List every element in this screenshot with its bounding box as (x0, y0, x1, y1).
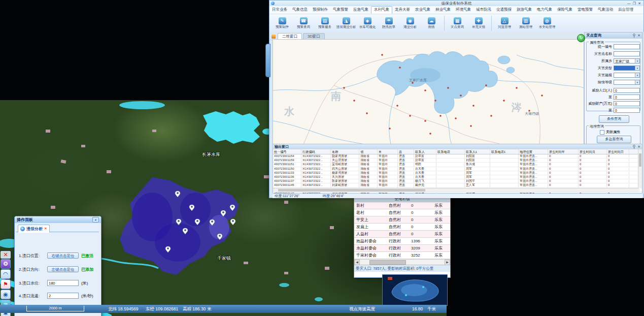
table-row[interactable]: 430723001150XC43072322...四方山滑坡 湖南省常德市澧县 … (273, 167, 642, 171)
ribbon-button[interactable]: ☎ 预警查询 (293, 17, 314, 29)
maximize-icon[interactable]: ❐ (633, 2, 636, 6)
village-row[interactable]: 平安上自然村 0乐东 (354, 216, 450, 224)
condition-query-button[interactable]: 条件查询 (599, 115, 629, 123)
pin-icon[interactable] (632, 145, 636, 149)
pick-breach-direction-button[interactable]: 左键点击定位 (47, 266, 79, 272)
scroll-left-icon[interactable]: ◀ (354, 260, 360, 265)
close-icon[interactable]: ✕ (637, 145, 640, 149)
village-row[interactable]: 发扁上自然村 0乐东 (354, 224, 450, 231)
table-row[interactable]: 430723001154XC43072322...隐家湾滑坡 湖南省常德市澧县 … (273, 154, 642, 159)
output-panel-header[interactable]: 输出窗口 ✕ (273, 144, 642, 149)
village-row[interactable]: 新村自然村 0乐东 (354, 202, 450, 209)
close-icon[interactable]: ✕ (637, 34, 640, 38)
close-icon[interactable]: ✕ (638, 2, 641, 6)
table-row[interactable]: 430723001159XC43072322...大山背滑坡 湖南省常德市澧县 … (273, 159, 642, 163)
ribbon-button[interactable]: ✚ 补充灾情 (468, 17, 489, 29)
flow-speed-input[interactable]: 2 (47, 293, 79, 299)
menu-item[interactable]: 气象预警 (330, 6, 351, 14)
window-titlebar[interactable]: 德保业务制作系统 — ❐ ✕ (269, 1, 643, 6)
ribbon-button[interactable]: ◍ 水文站管理 (536, 17, 558, 29)
table-row[interactable]: 430723001145XC43072322...刘家峪滑坡 湖南省常德市澧县 … (273, 183, 642, 187)
village-row[interactable]: 老村自然村 0乐东 (354, 209, 450, 216)
ribbon-button[interactable]: ▤ 预警服务 (314, 17, 335, 29)
village-row[interactable]: 永益村委会行政村 3209乐东 (354, 245, 450, 252)
menu-item[interactable]: 交通预报 (494, 6, 514, 14)
menu-item[interactable]: 后台管理 (616, 6, 636, 14)
collapsed-layer-panel-tab[interactable] (265, 44, 270, 77)
township-select[interactable]: 王家厂镇 (614, 58, 640, 64)
refresh-locate-button[interactable]: ↻ (577, 34, 585, 42)
menu-item[interactable]: 旅游气象 (514, 6, 534, 14)
water-drop-tool-icon[interactable]: ◉ (1, 290, 11, 299)
reservoir-tool-icon[interactable]: ◠ (1, 269, 11, 279)
town-label: 千家镇 (217, 256, 231, 261)
property-to-input[interactable]: 0 (614, 108, 640, 113)
menu-item[interactable]: 保险气象 (555, 6, 575, 14)
ribbon-button[interactable]: ◉ 淹没分析 (399, 17, 421, 29)
menu-item[interactable]: 雷电预警 (575, 6, 595, 14)
ribbon-button[interactable]: ▥ 测站管理 (515, 17, 536, 29)
ribbon-button[interactable]: ☂ 防汛抗旱 (378, 17, 399, 29)
table-row[interactable]: 430723001137XC43072322...陈家坡滑坡 湖南省常德市澧县 … (273, 179, 642, 183)
operation-panel-titlebar[interactable]: 操作面板 ▴ (15, 216, 101, 223)
disaster-type-select[interactable] (614, 66, 640, 71)
threatened-population-input[interactable]: 0 (614, 88, 640, 93)
menu-item[interactable]: 环境气象 (453, 6, 473, 14)
horizontal-scrollbar[interactable]: ◀ ▶ (354, 259, 450, 265)
operation-panel-dialog[interactable]: 操作面板 ▴ ≈ 溃坝分析 ✕ 1.溃口位置: 右键点击定位 已激活 2.溃口方… (14, 216, 101, 316)
table-row[interactable]: 430723001133XC43072322...杨家湾滑坡 湖南省常德市澧县 … (273, 171, 642, 175)
longitude-readout: 经度:111°27'26" (275, 194, 299, 198)
region-watermark-chars: 南 水 涔 (284, 90, 522, 117)
danger-level-select[interactable] (614, 80, 640, 85)
ribbon-button[interactable]: △ 河流管理 (494, 17, 515, 29)
checkbox-icon[interactable] (600, 130, 604, 135)
ribbon-button[interactable]: ✎ 预警制作 (272, 17, 293, 29)
query-panel-header[interactable]: 灾点查询 ✕ (585, 33, 642, 39)
ribbon-button[interactable]: ◈ 水库可视化 (357, 17, 378, 29)
water-level-input[interactable]: 180 (47, 280, 79, 286)
vertical-scrollbar[interactable] (638, 149, 642, 188)
threatened-property-input[interactable]: 0 (614, 101, 640, 106)
village-row[interactable]: 千家村委会行政村 3252乐东 (354, 252, 450, 259)
menu-item[interactable]: 气象活动 (595, 6, 616, 14)
menu-item[interactable]: 龙舟大赛 (392, 6, 413, 14)
pin-icon[interactable] (632, 34, 636, 38)
scroll-right-icon[interactable]: ▶ (445, 260, 450, 265)
menu-item[interactable]: 城市防汛 (473, 6, 494, 14)
flood-analysis-tool-icon[interactable]: ❂ (1, 259, 11, 269)
menu-item[interactable]: 电力气象 (534, 6, 555, 14)
menu-item[interactable]: 农业气象 (413, 6, 433, 14)
gis-map-canvas[interactable]: 南 水 涔 王家厂水库 大堰垱镇 (273, 39, 584, 145)
table-row[interactable]: 430723001151XC43072322...宝塔峪滑坡 湖南省常德市澧县 … (273, 163, 642, 167)
minimize-icon[interactable]: ▴ (92, 217, 99, 223)
menu-item[interactable]: 日常业务 (269, 6, 290, 14)
gis-main-window[interactable]: 德保业务制作系统 — ❐ ✕ 日常业务气象信息预报制作气象预警应急气象水利气象龙… (269, 0, 644, 198)
menu-item[interactable]: 气象信息 (290, 6, 310, 14)
flag-tool-icon[interactable]: ⚑ (1, 279, 11, 289)
ribbon-button[interactable]: ◮ 溃坝淹没分析 (335, 17, 357, 29)
tab-close-icon[interactable]: ✕ (44, 227, 47, 231)
pick-breach-position-button[interactable]: 右键点击定位 (47, 252, 79, 259)
village-row[interactable]: 人益村自然村 0乐东 (354, 231, 450, 238)
unified-code-input[interactable] (614, 44, 640, 49)
ribbon-button[interactable]: ▦ 灾点查询 (447, 17, 468, 29)
overview-minimap[interactable] (382, 274, 448, 306)
layers-icon[interactable] (272, 35, 276, 39)
close-icon[interactable]: ✕ (1, 251, 11, 259)
population-to-input[interactable]: 0 (614, 94, 640, 100)
menu-item[interactable]: 应急气象 (351, 6, 371, 14)
menu-item[interactable]: 预报制作 (310, 6, 330, 14)
disaster-scale-select[interactable] (614, 73, 640, 78)
polygon-query-button[interactable]: 多边形查询 (597, 136, 631, 143)
menu-item[interactable]: 水利气象 (371, 6, 392, 14)
village-row[interactable]: 抱益村委会行政村 1396乐东 (354, 238, 450, 245)
tab-dam-break-analysis[interactable]: ≈ 溃坝分析 ✕ (18, 225, 50, 233)
table-header-row: 统一编号行政编码 名称省 市县 联系人联系电话 联系人1联系电话1 地理位置发生… (273, 149, 642, 154)
ribbon-button[interactable]: ☁ 雨情 (421, 17, 442, 29)
horizontal-scrollbar[interactable] (273, 188, 639, 193)
menu-item[interactable]: 林业气象 (433, 6, 453, 14)
link-attribute-checkbox[interactable]: 关联属性 (600, 129, 640, 135)
minimize-icon[interactable]: — (627, 2, 631, 6)
table-row[interactable]: 430723001136XC43072322...大兴滑坡 湖南省常德市澧县 肖… (273, 175, 642, 179)
disaster-point-name-input[interactable] (614, 51, 640, 56)
